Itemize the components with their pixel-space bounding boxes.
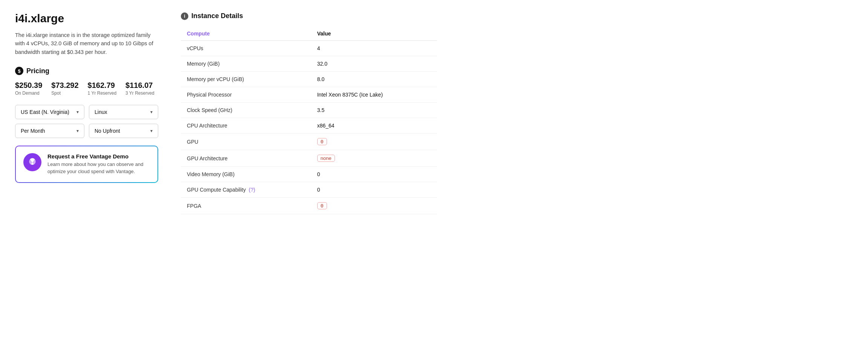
os-dropdown[interactable]: Linux ▾ xyxy=(89,105,158,119)
row-value: none xyxy=(311,150,437,167)
value-badge-none: none xyxy=(317,155,335,162)
vantage-logo-icon xyxy=(28,157,37,167)
col-compute: Compute xyxy=(181,27,311,41)
row-value: 8.0 xyxy=(311,72,437,87)
info-icon: i xyxy=(181,12,188,20)
table-row: GPU Architecturenone xyxy=(181,150,437,167)
upfront-chevron-icon: ▾ xyxy=(150,128,153,134)
row-key: vCPUs xyxy=(181,41,311,56)
upfront-value: No Upfront xyxy=(95,128,120,134)
instance-title: i4i.xlarge xyxy=(15,12,158,25)
instance-description: The i4i.xlarge instance is in the storag… xyxy=(15,31,158,56)
demo-card-description: Learn more about how you can observe and… xyxy=(47,161,150,175)
label-spot: Spot xyxy=(51,91,78,96)
col-value: Value xyxy=(311,27,437,41)
row-key: CPU Architecture xyxy=(181,118,311,134)
table-row: vCPUs4 xyxy=(181,41,437,56)
section-header: i Instance Details xyxy=(181,12,437,20)
dropdowns-row-1: US East (N. Virginia) ▾ Linux ▾ xyxy=(15,105,158,119)
row-key: Physical Processor xyxy=(181,87,311,103)
row-value: x86_64 xyxy=(311,118,437,134)
row-key: Video Memory (GiB) xyxy=(181,167,311,182)
row-key: Clock Speed (GHz) xyxy=(181,103,311,118)
demo-card[interactable]: Request a Free Vantage Demo Learn more a… xyxy=(15,146,158,183)
region-value: US East (N. Virginia) xyxy=(21,109,69,115)
upfront-dropdown[interactable]: No Upfront ▾ xyxy=(89,124,158,138)
pricing-3yr: $116.07 3 Yr Reserved xyxy=(125,81,154,96)
row-key: Memory (GiB) xyxy=(181,56,311,72)
pricing-spot: $73.292 Spot xyxy=(51,81,78,96)
value-badge: 0 xyxy=(317,138,327,145)
price-spot: $73.292 xyxy=(51,81,78,90)
billing-dropdown[interactable]: Per Month ▾ xyxy=(15,124,84,138)
row-value: 32.0 xyxy=(311,56,437,72)
price-on-demand: $250.39 xyxy=(15,81,42,90)
label-1yr: 1 Yr Reserved xyxy=(88,91,116,96)
demo-card-title: Request a Free Vantage Demo xyxy=(47,153,150,160)
table-row: Clock Speed (GHz)3.5 xyxy=(181,103,437,118)
billing-value: Per Month xyxy=(21,128,45,134)
region-chevron-icon: ▾ xyxy=(76,109,79,115)
section-title: Instance Details xyxy=(191,12,243,20)
row-key: GPU Architecture xyxy=(181,150,311,167)
row-key: GPU xyxy=(181,134,311,150)
row-value: Intel Xeon 8375C (Ice Lake) xyxy=(311,87,437,103)
pricing-icon: $ xyxy=(15,67,23,75)
table-row: Video Memory (GiB)0 xyxy=(181,167,437,182)
table-row: Memory per vCPU (GiB)8.0 xyxy=(181,72,437,87)
table-row: GPU Compute Capability (?)0 xyxy=(181,182,437,198)
row-value: 0 xyxy=(311,134,437,150)
pricing-1yr: $162.79 1 Yr Reserved xyxy=(88,81,116,96)
os-value: Linux xyxy=(95,109,107,115)
table-row: Physical ProcessorIntel Xeon 8375C (Ice … xyxy=(181,87,437,103)
label-3yr: 3 Yr Reserved xyxy=(125,91,154,96)
row-key: GPU Compute Capability (?) xyxy=(181,182,311,198)
vantage-icon xyxy=(23,153,41,171)
dropdowns-row-2: Per Month ▾ No Upfront ▾ xyxy=(15,124,158,138)
value-badge: 0 xyxy=(317,202,327,209)
page-container: i4i.xlarge The i4i.xlarge instance is in… xyxy=(0,0,452,226)
row-value: 0 xyxy=(311,167,437,182)
pricing-title: Pricing xyxy=(26,67,49,75)
pricing-on-demand: $250.39 On Demand xyxy=(15,81,42,96)
pricing-grid: $250.39 On Demand $73.292 Spot $162.79 1… xyxy=(15,81,158,96)
price-3yr: $116.07 xyxy=(125,81,154,90)
billing-chevron-icon: ▾ xyxy=(76,128,79,134)
os-chevron-icon: ▾ xyxy=(150,109,153,115)
table-row: GPU0 xyxy=(181,134,437,150)
price-1yr: $162.79 xyxy=(88,81,116,90)
row-value: 4 xyxy=(311,41,437,56)
details-table: Compute Value vCPUs4Memory (GiB)32.0Memo… xyxy=(181,27,437,214)
right-panel: i Instance Details Compute Value vCPUs4M… xyxy=(181,12,437,214)
row-key: FPGA xyxy=(181,198,311,214)
region-dropdown[interactable]: US East (N. Virginia) ▾ xyxy=(15,105,84,119)
row-value: 0 xyxy=(311,182,437,198)
left-panel: i4i.xlarge The i4i.xlarge instance is in… xyxy=(15,12,158,214)
label-on-demand: On Demand xyxy=(15,91,42,96)
table-header-row: Compute Value xyxy=(181,27,437,41)
table-row: FPGA0 xyxy=(181,198,437,214)
help-link[interactable]: (?) xyxy=(249,187,255,193)
table-row: CPU Architecturex86_64 xyxy=(181,118,437,134)
demo-card-content: Request a Free Vantage Demo Learn more a… xyxy=(47,153,150,175)
row-key: Memory per vCPU (GiB) xyxy=(181,72,311,87)
row-value: 0 xyxy=(311,198,437,214)
table-row: Memory (GiB)32.0 xyxy=(181,56,437,72)
pricing-header: $ Pricing xyxy=(15,67,158,75)
svg-point-0 xyxy=(31,163,33,165)
row-value: 3.5 xyxy=(311,103,437,118)
